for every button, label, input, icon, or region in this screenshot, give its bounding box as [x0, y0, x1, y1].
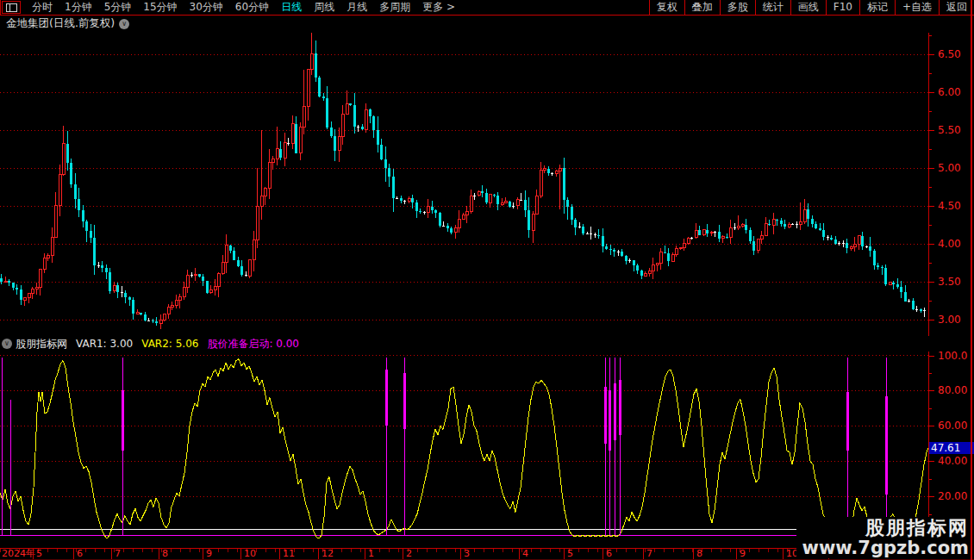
month-label: 9	[206, 549, 212, 559]
candle-body-doji	[473, 196, 476, 196]
candle-body-doji	[586, 233, 589, 234]
menu-item-日线[interactable]: 日线	[275, 0, 308, 15]
candle-body-down	[892, 283, 895, 285]
candle-body-down	[528, 210, 530, 230]
candle-body-down	[780, 221, 783, 224]
candle-body-down	[609, 249, 612, 251]
candle-body-doji	[512, 206, 515, 207]
candle-body-down	[640, 271, 643, 276]
chevron-down-icon[interactable]: ∨	[119, 19, 129, 29]
candle-body-doji	[551, 173, 553, 174]
candle-body-up	[291, 124, 294, 144]
candle-body-down	[70, 163, 72, 184]
candle-body-down	[563, 168, 565, 200]
candle-body-doji	[423, 212, 426, 213]
candle-body-down	[411, 198, 414, 202]
axis-tick	[929, 168, 934, 169]
menu-item-更多 >[interactable]: 更多 >	[416, 0, 461, 15]
candle-body-up	[284, 143, 286, 158]
candle-body-down	[109, 272, 111, 290]
candle-body-up	[178, 297, 181, 300]
candle-body-down	[900, 287, 902, 292]
candle-body-down	[434, 210, 437, 212]
candle-body-down	[12, 283, 15, 288]
candle-body-up	[31, 289, 34, 293]
candle-body-up	[365, 109, 367, 129]
candle-body-down	[752, 241, 755, 251]
candle-body-down	[380, 145, 383, 159]
candle-body-down	[132, 300, 134, 314]
window-layout-icon[interactable]	[2, 1, 21, 14]
candle-body-up	[346, 103, 348, 114]
menu-item-5分钟[interactable]: 5分钟	[98, 0, 138, 15]
candle-body-down	[633, 260, 635, 265]
candle-body-down	[446, 226, 449, 228]
menu-item-+自选[interactable]: +自选	[895, 0, 939, 15]
menu-item-叠加[interactable]: 叠加	[684, 0, 720, 15]
time-axis[interactable]: 2024年 567891011121234567891011	[0, 548, 928, 560]
candle-body-down	[667, 253, 670, 261]
candle-body-down	[846, 243, 848, 248]
menu-item-30分钟[interactable]: 30分钟	[184, 0, 229, 15]
menu-item-15分钟[interactable]: 15分钟	[137, 0, 183, 15]
candle-body-up	[217, 274, 220, 287]
candle-body-down	[698, 230, 701, 235]
candle-body-down	[361, 127, 364, 129]
menu-item-多周期[interactable]: 多周期	[373, 0, 416, 15]
candle-body-doji	[121, 292, 123, 293]
candle-body-down	[881, 267, 883, 268]
candle-body-up	[23, 298, 26, 301]
candle-body-doji	[865, 246, 868, 247]
menu-item-复权[interactable]: 复权	[649, 0, 684, 15]
menu-item-多股[interactable]: 多股	[720, 0, 755, 15]
menu-item-返回[interactable]: 返回	[939, 0, 974, 15]
candle-body-up	[687, 238, 690, 243]
candle-body-doji	[923, 310, 926, 311]
price-label: 6.00	[938, 87, 961, 97]
menu-item-标记[interactable]: 标记	[859, 0, 895, 15]
axis-tick	[929, 301, 932, 302]
candle-body-down	[718, 232, 721, 239]
menu-item-周线[interactable]: 周线	[308, 0, 340, 15]
tools-menu: 复权叠加多股统计画线F10标记+自选返回	[649, 0, 974, 15]
candle-body-doji	[617, 252, 620, 252]
menu-item-1分钟[interactable]: 1分钟	[59, 0, 98, 15]
price-axis: 6.506.005.505.004.504.003.503.00	[928, 33, 974, 336]
candle-body-up	[62, 144, 65, 175]
chevron-down-icon[interactable]: ∨	[2, 339, 12, 349]
candle-body-down	[155, 321, 158, 323]
indicator-chart[interactable]	[0, 352, 928, 548]
month-divider	[403, 549, 403, 559]
month-divider	[736, 549, 737, 559]
menu-item-分时[interactable]: 分时	[26, 0, 59, 15]
signal-spike-cap	[385, 370, 388, 426]
menu-item-画线[interactable]: 画线	[790, 0, 826, 15]
candle-body-up	[772, 220, 775, 225]
candle-body-up	[194, 274, 197, 275]
candle-body-doji	[796, 224, 798, 225]
last-value-badge: 47.61	[929, 442, 974, 454]
candle-body-doji	[442, 226, 445, 227]
signal-spike-cap	[122, 390, 124, 451]
menu-item-统计[interactable]: 统计	[755, 0, 790, 15]
indicator-value-label: 40.00	[938, 456, 967, 466]
candle-body-doji	[690, 238, 693, 239]
candle-body-up	[679, 247, 682, 248]
menu-item-月线[interactable]: 月线	[340, 0, 373, 15]
axis-tick	[929, 35, 932, 36]
month-label: 6	[77, 549, 83, 559]
candle-body-down	[128, 297, 131, 300]
menu-item-F10[interactable]: F10	[826, 0, 859, 15]
candlestick-chart[interactable]	[0, 33, 928, 336]
menu-item-60分钟[interactable]: 60分钟	[229, 0, 275, 15]
candle-body-up	[159, 320, 162, 323]
candle-body-up	[183, 287, 185, 297]
axis-tick	[929, 149, 932, 150]
price-label: 6.50	[938, 49, 961, 59]
candle-body-up	[858, 236, 860, 244]
candle-body-up	[648, 271, 651, 273]
axis-tick	[929, 92, 934, 93]
candle-body-up	[671, 255, 674, 261]
month-divider	[693, 549, 694, 559]
candle-body-doji	[714, 232, 716, 233]
